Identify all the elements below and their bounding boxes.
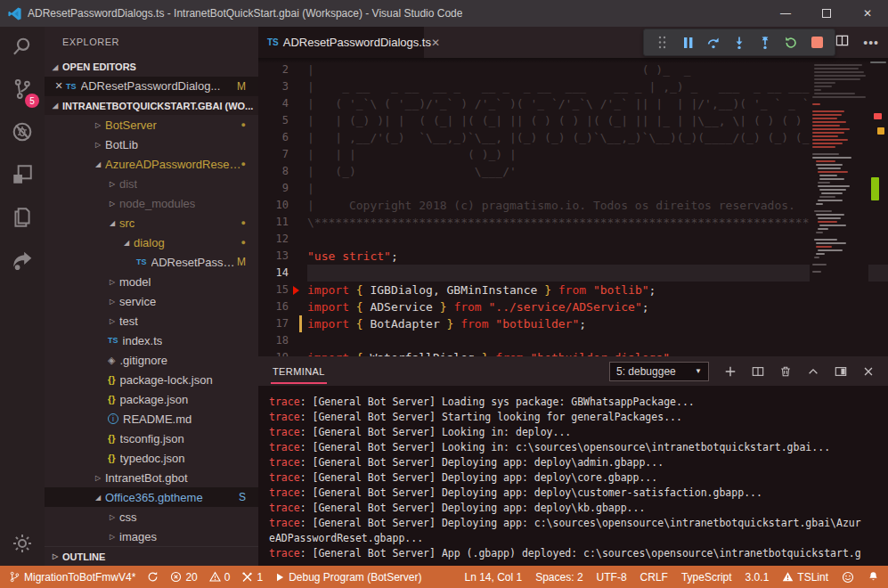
search-button[interactable]: [0, 27, 45, 69]
split-editor-button[interactable]: [835, 34, 849, 51]
close-button[interactable]: ✕: [847, 0, 888, 27]
maximize-button[interactable]: [806, 0, 847, 27]
tree-item-css[interactable]: ▷css: [45, 507, 258, 527]
tree-item-service[interactable]: ▷service: [45, 291, 258, 311]
restart-button[interactable]: [781, 33, 801, 53]
code-line-11[interactable]: 11\*************************************…: [258, 214, 888, 231]
drag-grip-icon[interactable]: [652, 33, 672, 53]
source-control-button[interactable]: 5: [0, 69, 45, 112]
step-over-button[interactable]: [704, 33, 723, 53]
status-typescript[interactable]: TypeScript: [681, 571, 732, 584]
close-panel-button[interactable]: [862, 365, 875, 378]
gutter-decoration: [299, 78, 307, 95]
status-1[interactable]: 1: [241, 571, 263, 584]
maximize-panel-button[interactable]: [807, 365, 819, 378]
tree-item-office365-gbtheme[interactable]: ◢Office365.gbthemeS: [45, 487, 258, 507]
tree-item-package-json[interactable]: {}package.json: [45, 389, 258, 409]
status-3-0-1[interactable]: 3.0.1: [745, 571, 770, 584]
new-terminal-button[interactable]: [724, 365, 737, 378]
code-line-19[interactable]: 19import { WaterfallDialog } from "botbu…: [258, 349, 888, 356]
code-line-4[interactable]: 4| ( '_`\ ( '__)/'_` ) /'_` )( '_ `/'_`\…: [258, 95, 888, 112]
tree-item-botlib[interactable]: ▷BotLib: [45, 135, 258, 154]
open-editors-header[interactable]: ◢ OPEN EDITORS: [45, 57, 258, 77]
code-line-2[interactable]: 2| ( )_ _: [258, 61, 888, 78]
more-actions-button[interactable]: •••: [863, 36, 879, 50]
share-button[interactable]: [0, 241, 45, 283]
tree-item-tsconfig-json[interactable]: {}tsconfig.json: [45, 429, 258, 448]
code-line-18[interactable]: 18: [258, 332, 888, 349]
terminal-output[interactable]: trace: [General Bot Server] Loading sys …: [258, 386, 888, 566]
code-editor[interactable]: 2| ( )_ _3| _ __ _ __ __ _ __ _ _ __ ___…: [258, 58, 888, 356]
tree-item-gitignore[interactable]: ◈.gitignore: [45, 350, 258, 370]
code-line-12[interactable]: 12: [258, 231, 888, 248]
tree-item-readme-md[interactable]: iREADME.md: [45, 409, 258, 429]
open-editor-item[interactable]: ✕ TS ADResetPasswordDialog... M: [45, 77, 258, 96]
debug-button[interactable]: [0, 112, 45, 155]
tab-close-icon[interactable]: ✕: [431, 37, 440, 49]
status-crlf[interactable]: CRLF: [640, 571, 668, 584]
tree-item-index-ts[interactable]: TSindex.ts: [45, 331, 258, 350]
terminal-instance-select[interactable]: 5: debuggee ▼: [609, 362, 709, 381]
tree-item-images[interactable]: ▷images: [45, 527, 258, 546]
gutter-decoration: [299, 95, 307, 112]
tree-item-intranetbot-gbot[interactable]: ▷IntranetBot.gbot: [45, 468, 258, 487]
tree-item-azureadpasswordreset-gba[interactable]: ◢AzureADPasswordReset.gba...●: [45, 154, 258, 174]
code-line-16[interactable]: 16import { ADService } from "../service/…: [258, 298, 888, 315]
tree-item-node-modules[interactable]: ▷node_modules: [45, 193, 258, 213]
outline-header[interactable]: ▷ OUTLINE: [45, 546, 258, 566]
status-smiley[interactable]: [842, 571, 854, 584]
line-number: 3: [258, 78, 299, 95]
workspace-folder-header[interactable]: ◢ INTRANETBOTQUICKSTART.GBAI (WO...: [45, 96, 258, 116]
split-terminal-button[interactable]: [752, 365, 764, 378]
stop-button[interactable]: [807, 33, 827, 53]
status-0[interactable]: 0: [209, 571, 231, 584]
minimap[interactable]: [810, 58, 868, 356]
move-panel-button[interactable]: [835, 365, 847, 378]
tab-adresetpassworddialogs[interactable]: TS ADResetPasswordDialogs.ts ✕: [258, 27, 424, 58]
code-line-8[interactable]: 8| (_) \___/': [258, 163, 888, 180]
gutter-decoration: [299, 265, 307, 282]
chevron-right-icon: ▷: [105, 180, 119, 188]
code-line-15[interactable]: 15import { IGBDialog, GBMinInstance } fr…: [258, 282, 888, 298]
tree-item-src[interactable]: ◢src●: [45, 213, 258, 233]
overview-ruler[interactable]: [868, 58, 888, 356]
close-icon[interactable]: ✕: [52, 80, 66, 92]
status-utf-8[interactable]: UTF-8: [597, 571, 627, 584]
status-20[interactable]: 20: [170, 571, 197, 584]
status-tslint[interactable]: TSLint: [782, 571, 828, 584]
status-bell[interactable]: [868, 571, 879, 583]
code-line-14[interactable]: 14: [258, 265, 888, 282]
kill-terminal-button[interactable]: [779, 365, 792, 378]
code-line-17[interactable]: 17import { BotAdapter } from "botbuilder…: [258, 315, 888, 332]
tree-item-typedoc-json[interactable]: {}typedoc.json: [45, 448, 258, 468]
status-spaces-2[interactable]: Spaces: 2: [535, 571, 582, 584]
code-line-5[interactable]: 5| | (_) )| | ( (_| |( (_| || ( ) ( ) |(…: [258, 112, 888, 129]
code-line-3[interactable]: 3| _ __ _ __ __ _ __ _ _ __ ___ __ _ | ,…: [258, 78, 888, 95]
tree-item-test[interactable]: ▷test: [45, 311, 258, 331]
settings-button[interactable]: [0, 525, 45, 566]
status-debug-program-botserver[interactable]: Debug Program (BotServer): [274, 571, 421, 584]
line-number: 12: [258, 231, 299, 248]
code-text: | _ __ _ __ __ _ __ _ _ __ ___ __ _ | ,_…: [307, 78, 888, 95]
tree-item-model[interactable]: ▷model: [45, 272, 258, 291]
extensions-button[interactable]: [0, 155, 45, 198]
status-sync[interactable]: [147, 571, 159, 583]
code-line-9[interactable]: 9|: [258, 180, 888, 197]
tree-item-package-lock-json[interactable]: {}package-lock.json: [45, 370, 258, 389]
step-into-button[interactable]: [729, 33, 749, 53]
tree-item-botserver[interactable]: ▷BotServer●: [45, 115, 258, 135]
tab-terminal[interactable]: TERMINAL: [271, 358, 327, 384]
tree-item-dist[interactable]: ▷dist: [45, 174, 258, 193]
documents-button[interactable]: [0, 198, 45, 241]
tree-item-adresetpassworddial[interactable]: TSADResetPasswordDial...M: [45, 252, 258, 272]
code-line-10[interactable]: 10| Copyright 2018 (c) pragmatismo.io. T…: [258, 197, 888, 214]
code-line-7[interactable]: 7| | | ( )_) |: [258, 146, 888, 163]
status-migrationtobotfmwv4[interactable]: MigrationToBotFmwV4*: [9, 571, 135, 584]
code-line-6[interactable]: 6| | ,__/'(_) `\__,_)`\__, |(_) (_) (_)`…: [258, 129, 888, 146]
step-out-button[interactable]: [755, 33, 775, 53]
minimize-button[interactable]: —: [765, 0, 806, 27]
status-ln-14-col-1[interactable]: Ln 14, Col 1: [464, 571, 522, 584]
tree-item-dialog[interactable]: ◢dialog●: [45, 233, 258, 252]
pause-button[interactable]: [678, 33, 697, 53]
code-line-13[interactable]: 13"use strict";: [258, 248, 888, 265]
